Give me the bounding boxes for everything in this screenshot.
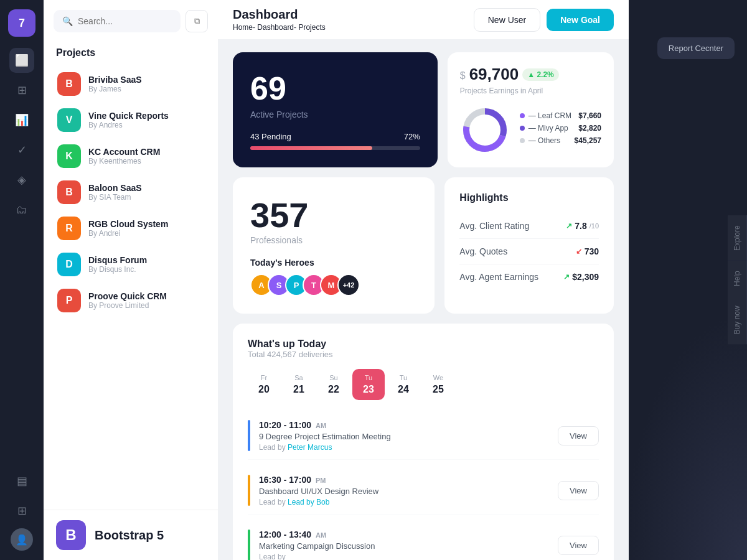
breadcrumb-path: Home- Dashboard- Projects bbox=[233, 23, 326, 32]
progress-section: 43 Pending 72% bbox=[250, 132, 420, 150]
event-description: 9 Degree Project Estimation Meeting bbox=[259, 432, 549, 441]
project-item[interactable]: D Disqus Forum By Disqus Inc. bbox=[50, 246, 212, 282]
project-item[interactable]: B Briviba SaaS By James bbox=[50, 66, 212, 102]
active-projects-label: Active Projects bbox=[250, 110, 420, 119]
nav-icon-bag[interactable]: 🗂 bbox=[9, 197, 34, 222]
event-description: Dashboard UI/UX Design Review bbox=[259, 487, 549, 496]
calendar-day[interactable]: Fr 20 bbox=[248, 369, 280, 400]
calendar-day[interactable]: Su 22 bbox=[317, 369, 350, 400]
filter-button[interactable]: ⧉ bbox=[186, 10, 208, 32]
day-name: Tu bbox=[391, 374, 416, 381]
calendar-day[interactable]: Tu 24 bbox=[387, 369, 420, 400]
earnings-amount: 69,700 bbox=[469, 65, 519, 84]
project-logo: D bbox=[57, 253, 81, 276]
search-input[interactable] bbox=[78, 16, 172, 26]
bootstrap-name: Bootstrap 5 bbox=[95, 528, 164, 543]
day-name: Sa bbox=[286, 374, 311, 381]
calendar-title: What's up Today bbox=[248, 338, 599, 350]
nav-icon-panel[interactable]: ▤ bbox=[9, 469, 34, 493]
breadcrumb: Dashboard Home- Dashboard- Projects bbox=[233, 7, 326, 32]
earnings-legend: — Leaf CRM $7,660 — Mivy App $2,820 — Ot… bbox=[520, 111, 601, 149]
legend-item: — Leaf CRM $7,660 bbox=[520, 111, 601, 120]
event-bar bbox=[248, 420, 250, 451]
nav-icon-dashboard[interactable]: ⬜ bbox=[9, 48, 34, 73]
bootstrap-icon: B bbox=[56, 520, 86, 550]
report-button[interactable]: Report Cecnter bbox=[657, 37, 735, 59]
project-info: Baloon SaaS By SIA Team bbox=[88, 183, 204, 202]
bootstrap-card[interactable]: B Bootstrap 5 bbox=[44, 510, 218, 560]
project-item[interactable]: R RGB Cloud System By Andrei bbox=[50, 210, 212, 246]
project-list: B Briviba SaaS By James V Vine Quick Rep… bbox=[44, 66, 218, 560]
new-goal-button[interactable]: New Goal bbox=[547, 9, 614, 31]
calendar-day[interactable]: We 25 bbox=[422, 369, 454, 400]
project-item[interactable]: K KC Account CRM By Keenthemes bbox=[50, 138, 212, 174]
nav-icon-grid[interactable]: ⊞ bbox=[9, 78, 34, 103]
bottom-user-avatar[interactable]: 👤 bbox=[11, 528, 33, 551]
currency-symbol: $ bbox=[460, 70, 466, 82]
day-number: 25 bbox=[426, 384, 451, 395]
project-by: By Keenthemes bbox=[88, 157, 204, 166]
project-name: RGB Cloud System bbox=[88, 219, 204, 229]
calendar-day[interactable]: Tu 23 bbox=[352, 369, 385, 400]
user-avatar-number[interactable]: 7 bbox=[8, 9, 35, 37]
cards-row-2: 357 Professionals Today's Heroes ASPTM+4… bbox=[233, 177, 614, 314]
event-lead-link[interactable]: Lead by Bob bbox=[288, 498, 329, 506]
nav-icon-chart[interactable]: 📊 bbox=[9, 108, 34, 133]
sidebar: 🔍 ⧉ Projects B Briviba SaaS By James V V… bbox=[44, 0, 218, 560]
event-lead: Lead by Peter Marcus bbox=[259, 443, 549, 452]
event-view-button[interactable]: View bbox=[558, 426, 599, 446]
project-logo: P bbox=[57, 289, 81, 312]
progress-bar-fill bbox=[250, 146, 372, 150]
earnings-top: $ 69,700 ▲ 2.2% bbox=[460, 65, 601, 84]
legend-name: — Mivy App bbox=[529, 124, 568, 133]
project-logo: B bbox=[57, 72, 81, 96]
left-navigation: 7 ⬜ ⊞ 📊 ✓ ◈ 🗂 ▤ ⊞ 👤 bbox=[0, 0, 44, 560]
sidebar-search-area: 🔍 ⧉ bbox=[44, 0, 218, 42]
highlight-row: Avg. Agent Earnings ↗ $2,309 bbox=[459, 264, 599, 289]
nav-icon-apps[interactable]: ⊞ bbox=[9, 498, 34, 523]
legend-dot bbox=[520, 113, 525, 118]
search-box[interactable]: 🔍 bbox=[54, 10, 181, 32]
event-view-button[interactable]: View bbox=[558, 536, 599, 555]
event-ampm: AM bbox=[316, 531, 326, 539]
project-item[interactable]: P Proove Quick CRM By Proove Limited bbox=[50, 282, 212, 319]
right-panel: Report Cecnter ExploreHelpBuy now bbox=[629, 0, 747, 560]
event-view-button[interactable]: View bbox=[558, 481, 599, 500]
event-lead-link[interactable]: Peter Marcus bbox=[288, 443, 332, 452]
legend-value: $7,660 bbox=[578, 111, 601, 120]
project-by: By Andrei bbox=[88, 229, 204, 238]
highlight-value: ↗ $2,309 bbox=[563, 272, 599, 282]
project-logo: V bbox=[57, 108, 81, 132]
new-user-button[interactable]: New User bbox=[474, 8, 540, 32]
right-panel-tab[interactable]: Help bbox=[728, 261, 747, 296]
project-item[interactable]: B Baloon SaaS By SIA Team bbox=[50, 174, 212, 210]
project-info: RGB Cloud System By Andrei bbox=[88, 219, 204, 238]
pending-text: 43 Pending bbox=[250, 132, 291, 141]
heroes-section: Today's Heroes ASPTM+42 bbox=[250, 258, 417, 296]
highlight-label: Avg. Client Rating bbox=[459, 221, 529, 231]
calendar-day[interactable]: Sa 21 bbox=[283, 369, 315, 400]
day-name: Tu bbox=[356, 374, 381, 381]
right-panel-tab[interactable]: Explore bbox=[728, 215, 747, 261]
event-item: 12:00 - 13:40 AM Marketing Campaign Disc… bbox=[248, 522, 599, 560]
project-logo: B bbox=[57, 180, 81, 204]
active-projects-card: 69 Active Projects 43 Pending 72% bbox=[233, 52, 438, 167]
right-panel-tab[interactable]: Buy now bbox=[728, 296, 747, 345]
event-content: 16:30 - 17:00 PM Dashboard UI/UX Design … bbox=[259, 475, 549, 506]
project-by: By SIA Team bbox=[88, 193, 204, 202]
project-info: Vine Quick Reports By Andres bbox=[88, 111, 204, 129]
nav-icon-layers[interactable]: ◈ bbox=[9, 167, 34, 192]
project-item[interactable]: V Vine Quick Reports By Andres bbox=[50, 102, 212, 138]
event-item: 10:20 - 11:00 AM 9 Degree Project Estima… bbox=[248, 413, 599, 460]
highlight-label: Avg. Agent Earnings bbox=[459, 272, 538, 282]
donut-chart bbox=[460, 105, 510, 155]
calendar-section: What's up Today Total 424,567 deliveries… bbox=[233, 324, 614, 560]
nav-icon-check[interactable]: ✓ bbox=[9, 138, 34, 162]
event-lead: Lead by Lead by Bob bbox=[259, 498, 549, 506]
day-number: 21 bbox=[286, 384, 311, 395]
highlight-value: ↙ 730 bbox=[576, 246, 599, 256]
project-name: Baloon SaaS bbox=[88, 183, 204, 193]
legend-item: — Mivy App $2,820 bbox=[520, 124, 601, 133]
event-ampm: AM bbox=[316, 422, 326, 429]
percent-text: 72% bbox=[404, 132, 420, 141]
